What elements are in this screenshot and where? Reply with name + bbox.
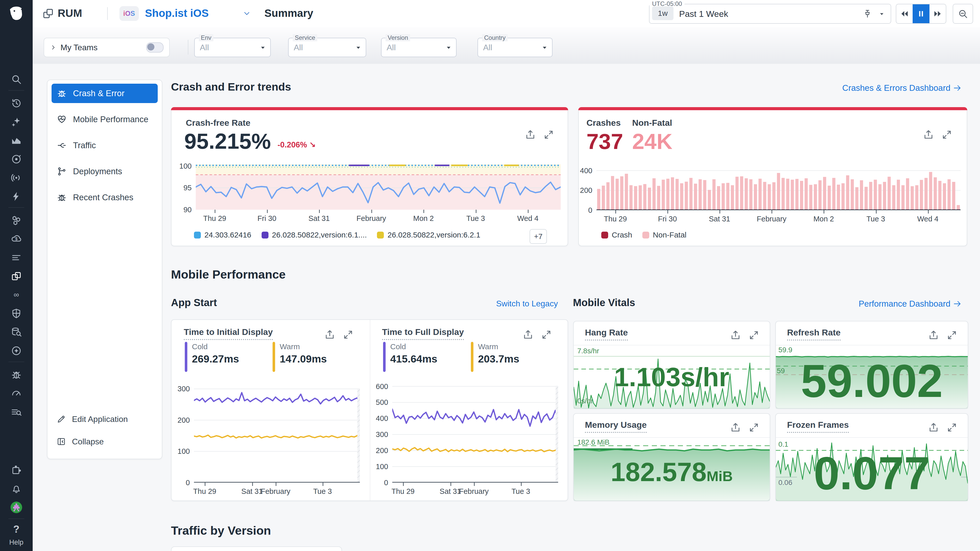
subnav-item-recent-crashes[interactable]: Recent Crashes xyxy=(52,188,158,207)
expand-icon[interactable] xyxy=(541,329,552,340)
expand-icon[interactable] xyxy=(748,330,759,341)
sidebar-integrations[interactable] xyxy=(0,462,33,478)
legend-item[interactable]: 24.303.62416 xyxy=(194,230,251,239)
ttid-chart[interactable]: 3002001000Thu 29Sat 31FebruaryTue 3 xyxy=(194,388,360,483)
y-axis-label: 200 xyxy=(376,446,388,455)
sidebar-watchdog[interactable] xyxy=(0,403,33,421)
divider xyxy=(188,40,188,55)
ttfd-chart[interactable]: 6005004003002001000Thu 29Sat 31FebruaryT… xyxy=(392,386,558,483)
sidebar-serverless[interactable] xyxy=(0,188,33,205)
env-filter[interactable]: Env All xyxy=(194,38,271,57)
section-title-mobile-performance: Mobile Performance xyxy=(171,267,286,281)
sidebar-logs[interactable] xyxy=(0,249,33,266)
sidebar-metrics[interactable] xyxy=(0,132,33,149)
my-teams-filter[interactable]: My Teams xyxy=(44,38,170,57)
sidebar-ci-visibility[interactable] xyxy=(0,342,33,359)
export-icon[interactable] xyxy=(522,329,534,340)
performance-dashboard-link[interactable]: Performance Dashboard xyxy=(859,299,962,309)
sidebar-security[interactable] xyxy=(0,305,33,322)
caret-down-icon[interactable] xyxy=(879,11,885,17)
time-range-label[interactable]: Past 1 Week xyxy=(679,4,728,23)
expand-icon[interactable] xyxy=(748,422,759,433)
export-icon[interactable] xyxy=(730,330,741,341)
frozen-frames-title[interactable]: Frozen Frames xyxy=(787,420,849,433)
divider xyxy=(107,7,108,20)
ttfd-title[interactable]: Time to Full Display xyxy=(382,327,464,340)
subnav-item-mobile-performance[interactable]: Mobile Performance xyxy=(52,110,158,129)
y-axis-label: 400 xyxy=(580,166,592,175)
divider xyxy=(8,207,24,208)
sidebar-profiling[interactable] xyxy=(0,385,33,402)
refresh-rate-top-label: 59.9 xyxy=(778,346,792,354)
help-icon[interactable]: ? xyxy=(0,524,33,535)
x-axis-label: Thu 29 xyxy=(391,487,414,495)
cloud-cost-icon: $ xyxy=(11,233,22,245)
subnav-item-traffic[interactable]: Traffic xyxy=(52,136,158,155)
service-filter[interactable]: Service All xyxy=(288,38,366,57)
crash-free-rate-chart[interactable]: 1009590Thu 29Fri 30Sat 31FebruaryMon 2Tu… xyxy=(196,164,561,210)
legend-more-badge[interactable]: +7 xyxy=(530,229,547,244)
sidebar-cloud-cost[interactable]: $ xyxy=(0,230,33,248)
expand-icon[interactable] xyxy=(946,422,958,433)
pin-icon[interactable] xyxy=(862,9,872,19)
legend-item[interactable]: 26.028.50822,version:6.2.1 xyxy=(377,230,480,239)
time-range-chip[interactable]: 1w xyxy=(652,6,673,20)
legend-item[interactable]: Non-Fatal xyxy=(642,230,687,239)
ttid-title[interactable]: Time to Initial Display xyxy=(184,327,273,340)
sidebar-error-tracking[interactable] xyxy=(0,366,33,383)
sidebar-infrastructure[interactable] xyxy=(0,151,33,168)
expand-icon[interactable] xyxy=(543,129,554,140)
legend-item[interactable]: 26.028.50822,version:6.1.... xyxy=(262,230,367,239)
expand-icon[interactable] xyxy=(941,129,953,140)
legend-item[interactable]: Crash xyxy=(601,230,632,239)
sidebar-rum[interactable] xyxy=(0,268,33,285)
svg-text:$: $ xyxy=(15,237,18,241)
time-backward-button[interactable] xyxy=(896,4,913,23)
app-start-card: Time to Initial Display Cold 269.27ms Wa… xyxy=(171,319,568,501)
user-avatar[interactable] xyxy=(10,501,23,514)
version-filter[interactable]: Version All xyxy=(381,38,457,57)
country-filter[interactable]: Country All xyxy=(477,38,552,57)
export-icon[interactable] xyxy=(730,422,741,433)
time-forward-button[interactable] xyxy=(929,4,946,23)
card-title: Crash-free Rate xyxy=(186,118,250,128)
sidebar-databases[interactable] xyxy=(0,324,33,341)
sidebar-search[interactable] xyxy=(0,71,33,88)
datadog-logo[interactable] xyxy=(0,0,33,27)
expand-icon[interactable] xyxy=(946,330,958,341)
export-icon[interactable] xyxy=(928,330,939,341)
sidebar-containers[interactable] xyxy=(0,212,33,229)
subnav-edit-application[interactable]: Edit Application xyxy=(52,410,158,428)
chevron-down-icon[interactable] xyxy=(242,9,251,18)
sidebar-ai-sparkles[interactable] xyxy=(0,114,33,130)
time-range-picker[interactable]: UTC-05:00 1w Past 1 Week xyxy=(649,4,891,24)
sidebar-apm[interactable] xyxy=(0,169,33,186)
hang-rate-max-label: 7.8s/hr xyxy=(577,347,599,355)
env-filter-value: All xyxy=(200,38,209,57)
switch-to-legacy-link[interactable]: Switch to Legacy xyxy=(496,299,558,308)
refresh-rate-title[interactable]: Refresh Rate xyxy=(787,327,841,341)
pause-button[interactable] xyxy=(913,4,929,23)
x-axis-label: February xyxy=(757,215,786,223)
expand-icon[interactable] xyxy=(342,329,354,340)
subnav-collapse[interactable]: Collapse xyxy=(52,433,158,451)
subnav-item-crash-error[interactable]: Crash & Error xyxy=(52,84,158,103)
memory-usage-title[interactable]: Memory Usage xyxy=(585,420,647,433)
my-teams-toggle[interactable] xyxy=(146,42,164,52)
export-icon[interactable] xyxy=(923,129,934,140)
sidebar-notifications[interactable] xyxy=(0,480,33,497)
crashes-bar-chart[interactable]: 4002000Thu 29Fri 30Sat 31FebruaryMon 2Tu… xyxy=(597,168,961,210)
hang-rate-title[interactable]: Hang Rate xyxy=(585,327,628,341)
sidebar-synthetics[interactable]: ∞ xyxy=(0,286,33,303)
export-icon[interactable] xyxy=(324,329,335,340)
export-icon[interactable] xyxy=(928,422,939,433)
x-axis-label: Tue 3 xyxy=(466,214,485,223)
x-axis-label: Tue 3 xyxy=(313,487,332,495)
zoom-out-button[interactable] xyxy=(953,4,973,24)
sidebar-history[interactable] xyxy=(0,95,33,112)
application-selector[interactable]: Shop.ist iOS xyxy=(145,7,209,19)
crashes-errors-dashboard-link[interactable]: Crashes & Errors Dashboard xyxy=(842,83,962,93)
export-icon[interactable] xyxy=(525,129,536,140)
subnav-item-deployments[interactable]: Deployments xyxy=(52,162,158,181)
help-label[interactable]: Help xyxy=(0,538,33,546)
